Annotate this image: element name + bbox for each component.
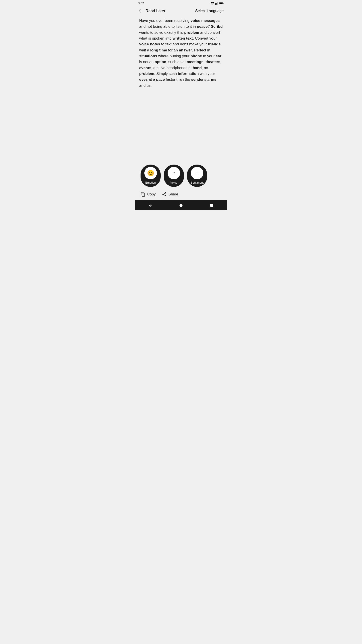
nav-bar: Read Later Select Language: [135, 6, 227, 16]
nav-left: Read Later: [138, 8, 165, 14]
emotion-emoji-icon: 😊: [147, 170, 154, 177]
share-label: Share: [168, 192, 178, 196]
svg-point-7: [179, 204, 183, 207]
voice-label: Voice: [170, 181, 177, 184]
nav-title: Read Later: [145, 9, 165, 14]
back-icon: [138, 8, 143, 14]
copy-label: Copy: [147, 192, 156, 196]
sentiment-icon-circle: ±: [191, 167, 203, 179]
emotion-buttons-row: 😊 Emotion ♀ Voice ± Sentiment: [137, 160, 225, 189]
svg-rect-2: [217, 2, 217, 4]
svg-rect-0: [215, 3, 216, 5]
content-area: Have you ever been receiving voice messa…: [135, 16, 227, 160]
emotion-button[interactable]: 😊 Emotion: [141, 164, 161, 187]
select-language-button[interactable]: Select Language: [195, 9, 224, 13]
home-nav-icon: [179, 203, 183, 207]
sentiment-button[interactable]: ± Sentiment: [187, 164, 207, 187]
status-bar: 5:02: [135, 0, 227, 6]
home-nav-button[interactable]: [177, 201, 185, 209]
article-text: Have you ever been receiving voice messa…: [139, 18, 223, 88]
copy-share-row: Copy Share: [137, 189, 225, 200]
svg-rect-6: [219, 2, 223, 4]
battery-icon: [219, 2, 224, 5]
status-time: 5:02: [138, 2, 144, 5]
voice-icon-circle: ♀: [168, 167, 180, 179]
voice-button[interactable]: ♀ Voice: [164, 164, 184, 187]
share-icon: [162, 192, 167, 197]
emotion-label: Emotion: [145, 181, 156, 184]
status-icons: [211, 2, 224, 5]
share-button[interactable]: Share: [162, 192, 178, 197]
system-nav-bar: [135, 200, 227, 210]
svg-rect-8: [210, 204, 213, 206]
copy-icon: [141, 192, 145, 197]
bottom-actions: 😊 Emotion ♀ Voice ± Sentiment Copy Sh: [135, 160, 227, 200]
svg-rect-5: [223, 3, 223, 4]
svg-rect-3: [218, 2, 218, 5]
back-nav-icon: [148, 203, 152, 207]
sentiment-label: Sentiment: [191, 181, 204, 184]
wifi-icon: [211, 2, 214, 5]
recents-nav-icon: [210, 204, 213, 207]
content-spacer: [139, 88, 223, 156]
back-nav-button[interactable]: [146, 201, 154, 209]
emotion-icon-circle: 😊: [144, 167, 157, 179]
back-button[interactable]: [138, 8, 143, 14]
recents-nav-button[interactable]: [208, 201, 216, 209]
signal-icon: [215, 2, 218, 5]
svg-rect-1: [216, 3, 217, 4]
copy-button[interactable]: Copy: [141, 192, 156, 197]
